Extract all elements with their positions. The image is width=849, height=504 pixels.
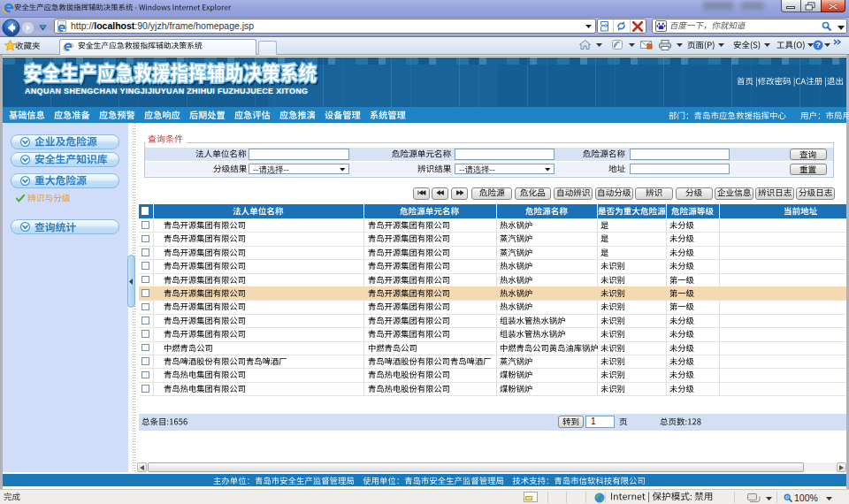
svg-text:?: ? [815, 40, 820, 49]
